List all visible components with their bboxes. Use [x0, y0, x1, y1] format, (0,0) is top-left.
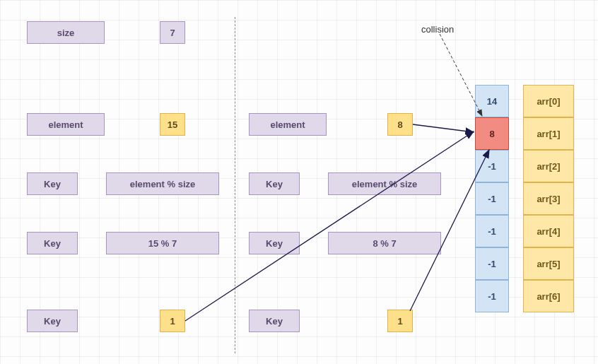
- arrow-left-result-to-arr1: [185, 131, 474, 321]
- right-key-label-3: Key: [249, 310, 300, 332]
- right-element-value: 8: [387, 113, 413, 136]
- arr-label-3: arr[3]: [523, 182, 574, 215]
- arr-label-2: arr[2]: [523, 150, 574, 182]
- arr-label-0: arr[0]: [523, 85, 574, 117]
- right-element-label: element: [249, 113, 327, 136]
- right-expr-1: element % size: [328, 172, 441, 195]
- arr-cell-2: -1: [475, 150, 509, 182]
- size-value: 7: [160, 21, 185, 44]
- divider: [235, 17, 235, 353]
- arr-cell-4: -1: [475, 215, 509, 247]
- right-key-label-1: Key: [249, 172, 300, 195]
- left-result: 1: [160, 310, 185, 332]
- left-element-value: 15: [160, 113, 185, 136]
- right-result: 1: [387, 310, 413, 332]
- right-key-label-2: Key: [249, 232, 300, 254]
- left-expr-2: 15 % 7: [106, 232, 219, 254]
- left-key-label-3: Key: [27, 310, 78, 332]
- size-label: size: [27, 21, 105, 44]
- left-expr-1: element % size: [106, 172, 219, 195]
- arr-cell-1: 8: [475, 117, 509, 150]
- arr-cell-6: -1: [475, 280, 509, 312]
- left-element-label: element: [27, 113, 105, 136]
- right-expr-2: 8 % 7: [328, 232, 441, 254]
- left-key-label-1: Key: [27, 172, 78, 195]
- left-key-label-2: Key: [27, 232, 78, 254]
- arr-label-4: arr[4]: [523, 215, 574, 247]
- arr-label-1: arr[1]: [523, 117, 574, 150]
- collision-label: collision: [421, 24, 454, 35]
- arr-cell-0: 14: [475, 85, 509, 117]
- arr-cell-3: -1: [475, 182, 509, 215]
- arr-cell-5: -1: [475, 247, 509, 280]
- arrow-right-element-to-arr1: [413, 124, 474, 132]
- arr-label-6: arr[6]: [523, 280, 574, 312]
- arr-label-5: arr[5]: [523, 247, 574, 280]
